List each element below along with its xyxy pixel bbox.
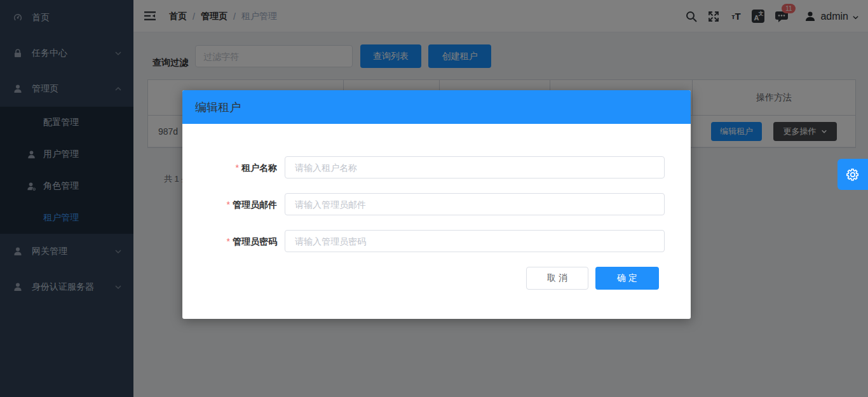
cancel-button[interactable]: 取 消 xyxy=(526,267,588,290)
modal-title: 编辑租户 xyxy=(195,100,241,115)
modal-header: 编辑租户 xyxy=(182,90,691,124)
settings-gear-button[interactable] xyxy=(837,159,868,190)
confirm-button[interactable]: 确 定 xyxy=(595,267,659,290)
required-mark: * xyxy=(236,163,239,173)
admin-password-input[interactable] xyxy=(285,230,665,252)
gear-icon xyxy=(845,167,860,182)
admin-password-label-text: 管理员密码 xyxy=(233,236,277,246)
tenant-name-label: *租户名称 xyxy=(182,156,277,179)
tenant-name-input[interactable] xyxy=(285,156,665,178)
modal-footer: 取 消 确 定 xyxy=(182,267,691,290)
admin-email-input[interactable] xyxy=(285,193,665,215)
admin-email-label: *管理员邮件 xyxy=(182,193,277,216)
required-mark: * xyxy=(227,199,230,210)
admin-password-label: *管理员密码 xyxy=(182,230,277,253)
edit-tenant-modal: 编辑租户 *租户名称 *管理员邮件 *管理员密码 取 消 确 定 xyxy=(182,90,691,319)
required-mark: * xyxy=(227,236,230,246)
tenant-name-label-text: 租户名称 xyxy=(241,163,277,173)
admin-email-label-text: 管理员邮件 xyxy=(233,199,277,210)
